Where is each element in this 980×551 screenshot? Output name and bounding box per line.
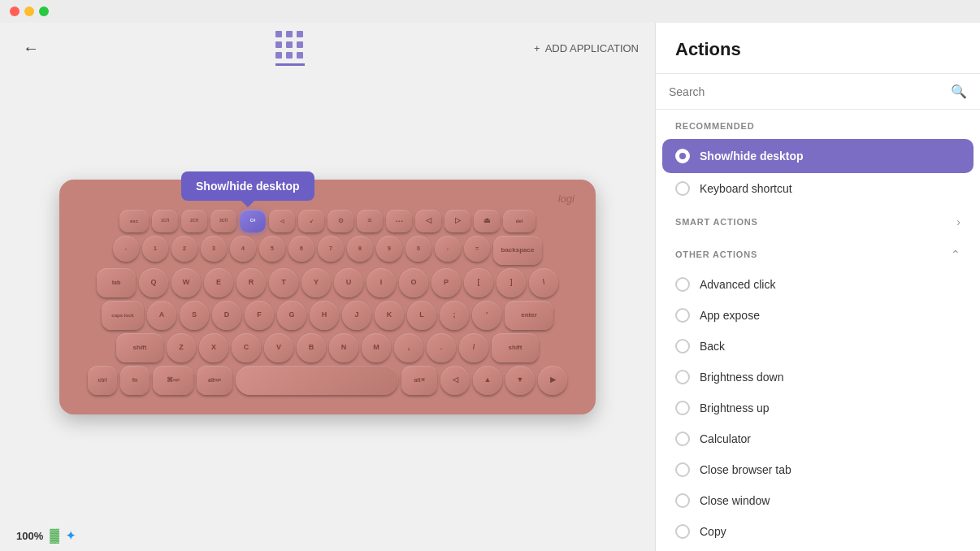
key-quote[interactable]: '	[472, 301, 501, 330]
key-r[interactable]: R	[236, 268, 266, 297]
key-comma[interactable]: ,	[394, 333, 423, 362]
key-z[interactable]: Z	[167, 333, 196, 362]
key-period[interactable]: .	[427, 333, 456, 362]
key-8[interactable]: 8	[347, 236, 373, 262]
key-h[interactable]: H	[310, 301, 339, 330]
key-p[interactable]: P	[431, 268, 461, 297]
key-u[interactable]: U	[334, 268, 363, 297]
key-y[interactable]: Y	[301, 268, 331, 297]
action-back[interactable]: Back	[656, 331, 980, 362]
key-f1[interactable]: 1СΠ	[152, 210, 178, 232]
key-capslock[interactable]: caps lock	[102, 301, 144, 330]
minimize-button[interactable]	[24, 7, 34, 16]
key-3[interactable]: 3	[201, 236, 227, 262]
key-f12[interactable]: ⏏	[474, 210, 500, 232]
key-5[interactable]: 5	[259, 236, 285, 262]
key-fn[interactable]: fn	[120, 366, 150, 395]
key-lbracket[interactable]: [	[464, 268, 493, 297]
key-f11[interactable]: ▷	[444, 210, 470, 232]
key-f6[interactable]: ↙	[298, 210, 324, 232]
key-tab[interactable]: tab	[97, 268, 136, 297]
key-rbracket[interactable]: ]	[497, 268, 526, 297]
maximize-button[interactable]	[39, 7, 49, 16]
key-arrow-up[interactable]: ▲	[473, 366, 502, 395]
key-alt-right[interactable]: alt⌘	[401, 366, 437, 395]
key-backslash[interactable]: \	[529, 268, 558, 297]
key-o[interactable]: O	[399, 268, 428, 297]
key-enter[interactable]: enter	[505, 301, 553, 330]
key-m[interactable]: M	[362, 333, 391, 362]
section-recommended-header[interactable]: RECOMMENDED	[656, 110, 980, 139]
action-copy[interactable]: Copy	[656, 516, 980, 547]
key-alt-left[interactable]: altopt	[197, 366, 232, 395]
app-icon-grid[interactable]	[275, 31, 305, 60]
action-advanced-click[interactable]: Advanced click	[656, 269, 980, 300]
key-9[interactable]: 9	[376, 236, 402, 262]
key-i[interactable]: I	[366, 268, 396, 297]
key-shift-right[interactable]: shift	[492, 333, 539, 362]
key-l[interactable]: L	[407, 301, 436, 330]
action-cut[interactable]: Cut	[656, 547, 980, 551]
key-k[interactable]: K	[375, 301, 404, 330]
key-f7[interactable]: ⊙	[327, 210, 353, 232]
key-f[interactable]: F	[245, 301, 274, 330]
key-n[interactable]: N	[329, 333, 358, 362]
key-6[interactable]: 6	[288, 236, 314, 262]
back-button[interactable]: ←	[16, 36, 46, 61]
key-d[interactable]: D	[212, 301, 241, 330]
key-arrow-down[interactable]: ▼	[505, 366, 535, 395]
key-g[interactable]: G	[277, 301, 306, 330]
key-j[interactable]: J	[342, 301, 371, 330]
key-equals[interactable]: =	[464, 236, 490, 262]
key-f5[interactable]: ◁	[269, 210, 295, 232]
key-f2[interactable]: 2СΠ	[181, 210, 207, 232]
key-f8[interactable]: ≡	[357, 210, 383, 232]
key-4[interactable]: 4	[230, 236, 256, 262]
key-arrow-left[interactable]: ◁	[440, 366, 470, 395]
key-2[interactable]: 2	[171, 236, 197, 262]
search-input[interactable]	[669, 85, 944, 98]
action-close-window[interactable]: Close window	[656, 485, 980, 516]
action-brightness-down[interactable]: Brightness down	[656, 362, 980, 393]
key-esc[interactable]: esc	[119, 210, 149, 232]
key-x[interactable]: X	[199, 333, 228, 362]
key-backspace[interactable]: backspace	[493, 236, 542, 265]
key-v[interactable]: V	[264, 333, 293, 362]
action-app-expose[interactable]: App expose	[656, 300, 980, 331]
key-space[interactable]	[236, 366, 398, 395]
key-b[interactable]: B	[297, 333, 326, 362]
bottom-row: ctrl fn ⌘opt altopt alt⌘ ◁ ▲ ▼ ▶	[74, 366, 581, 395]
action-show-hide-desktop[interactable]: Show/hide desktop	[662, 139, 973, 173]
key-semicolon[interactable]: ;	[440, 301, 469, 330]
key-arrow-right[interactable]: ▶	[538, 366, 567, 395]
key-ctrl[interactable]: ctrl	[88, 366, 117, 395]
section-smart-actions-header[interactable]: SMART ACTIONS ›	[656, 204, 980, 236]
add-application-button[interactable]: + ADD APPLICATION	[534, 42, 639, 54]
key-f10[interactable]: ◁	[415, 210, 441, 232]
key-slash[interactable]: /	[459, 333, 488, 362]
key-s[interactable]: S	[180, 301, 209, 330]
key-f3[interactable]: 3СΠ	[210, 210, 236, 232]
key-0[interactable]: 0	[405, 236, 431, 262]
key-backtick[interactable]: -	[113, 236, 139, 262]
key-7[interactable]: 7	[318, 236, 344, 262]
key-e[interactable]: E	[204, 268, 233, 297]
key-f4[interactable]: C#	[240, 210, 266, 232]
action-keyboard-shortcut[interactable]: Keyboard shortcut	[656, 173, 980, 204]
key-a[interactable]: A	[147, 301, 176, 330]
section-other-actions-header[interactable]: OTHER ACTIONS ⌃	[656, 236, 980, 269]
action-calculator[interactable]: Calculator	[656, 423, 980, 454]
key-1[interactable]: 1	[142, 236, 168, 262]
key-cmd-left[interactable]: ⌘opt	[153, 366, 193, 395]
close-button[interactable]	[10, 7, 20, 16]
key-q[interactable]: Q	[139, 268, 168, 297]
key-t[interactable]: T	[269, 268, 298, 297]
key-f9[interactable]: ⋯	[386, 210, 412, 232]
action-brightness-up[interactable]: Brightness up	[656, 393, 980, 423]
key-shift-left[interactable]: shift	[116, 333, 163, 362]
key-minus[interactable]: -	[435, 236, 461, 262]
key-del[interactable]: del	[503, 210, 536, 232]
action-close-browser-tab[interactable]: Close browser tab	[656, 454, 980, 485]
key-w[interactable]: W	[171, 268, 201, 297]
key-c[interactable]: C	[232, 333, 261, 362]
